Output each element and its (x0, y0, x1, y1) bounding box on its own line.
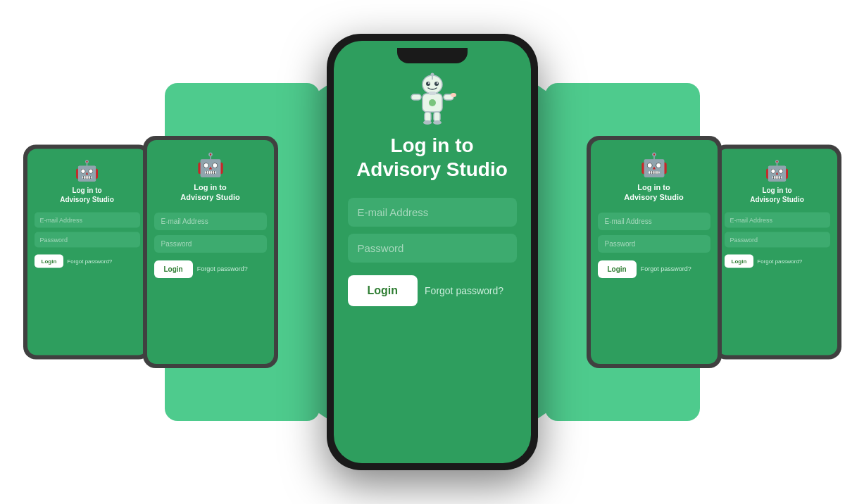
center-phone: Log in to Advisory Studio Login Forgot p… (327, 34, 538, 470)
action-row-main: Login Forgot password? (348, 275, 517, 306)
card-far-left-outer: 🤖 Log in to Advisory Studio Login Forgot… (23, 145, 151, 360)
password-input-main[interactable] (348, 234, 517, 263)
forgot-button-left[interactable]: Forgot password? (197, 265, 248, 272)
login-button-far-left[interactable]: Login (35, 255, 64, 268)
scene: 🤖 Log in to Advisory Studio Login Forgot… (0, 0, 864, 504)
email-input-far-right[interactable] (725, 213, 830, 228)
card-right-outer: 🤖 Log in to Advisory Studio Login Forgot… (587, 136, 722, 368)
robot-icon-far-right: 🤖 (765, 159, 789, 182)
forgot-button-main[interactable]: Forgot password? (425, 285, 503, 296)
card-right-title: Log in to Advisory Studio (624, 182, 683, 203)
login-button-left[interactable]: Login (154, 260, 193, 278)
card-far-right-title: Log in to Advisory Studio (750, 186, 804, 204)
robot-icon-right: 🤖 (640, 151, 668, 178)
svg-point-3 (428, 82, 430, 84)
robot-icon-left: 🤖 (196, 151, 225, 178)
login-button-right[interactable]: Login (598, 260, 637, 278)
forgot-button-far-left[interactable]: Forgot password? (67, 258, 112, 265)
email-input-left[interactable] (154, 213, 267, 230)
svg-point-16 (433, 120, 442, 125)
svg-point-2 (434, 82, 439, 86)
robot-illustration (404, 72, 461, 131)
main-title: Log in to Advisory Studio (356, 134, 508, 181)
card-right-inner: 🤖 Log in to Advisory Studio Login Forgot… (591, 140, 718, 364)
svg-rect-12 (429, 92, 436, 95)
svg-point-4 (437, 82, 438, 84)
password-input-left[interactable] (154, 235, 267, 253)
action-row-left: Login Forgot password? (154, 260, 267, 278)
svg-rect-14 (434, 112, 440, 122)
action-row-right: Login Forgot password? (598, 260, 710, 278)
password-input-far-left[interactable] (35, 232, 140, 248)
card-left-title: Log in to Advisory Studio (180, 182, 239, 203)
card-left-outer: 🤖 Log in to Advisory Studio Login Forgot… (143, 136, 278, 368)
card-far-right-outer: 🤖 Log in to Advisory Studio Login Forgot… (713, 145, 841, 360)
phone-screen: Log in to Advisory Studio Login Forgot p… (334, 41, 531, 463)
robot-svg (404, 72, 461, 128)
login-button-far-right[interactable]: Login (725, 255, 754, 268)
svg-point-11 (451, 93, 456, 97)
robot-icon-far-left: 🤖 (75, 159, 99, 182)
svg-point-6 (430, 73, 434, 77)
svg-rect-13 (425, 112, 431, 122)
action-row-far-right: Login Forgot password? (725, 255, 830, 268)
svg-point-15 (423, 120, 432, 125)
card-far-left-title: Log in to Advisory Studio (60, 186, 114, 204)
email-input-main[interactable] (348, 198, 517, 227)
email-input-far-left[interactable] (35, 213, 140, 228)
login-button-main[interactable]: Login (348, 275, 418, 306)
phone-notch (397, 48, 468, 63)
card-left-inner: 🤖 Log in to Advisory Studio Login Forgot… (147, 140, 274, 364)
password-input-far-right[interactable] (725, 232, 830, 248)
svg-point-8 (429, 99, 436, 106)
svg-point-1 (426, 82, 430, 86)
email-input-right[interactable] (598, 213, 710, 230)
card-far-right-inner: 🤖 Log in to Advisory Studio Login Forgot… (718, 149, 837, 355)
svg-rect-9 (411, 94, 421, 100)
password-input-right[interactable] (598, 235, 710, 253)
action-row-far-left: Login Forgot password? (35, 255, 140, 268)
card-far-left-inner: 🤖 Log in to Advisory Studio Login Forgot… (27, 149, 147, 355)
forgot-button-right[interactable]: Forgot password? (641, 265, 691, 272)
forgot-button-far-right[interactable]: Forgot password? (757, 258, 802, 265)
